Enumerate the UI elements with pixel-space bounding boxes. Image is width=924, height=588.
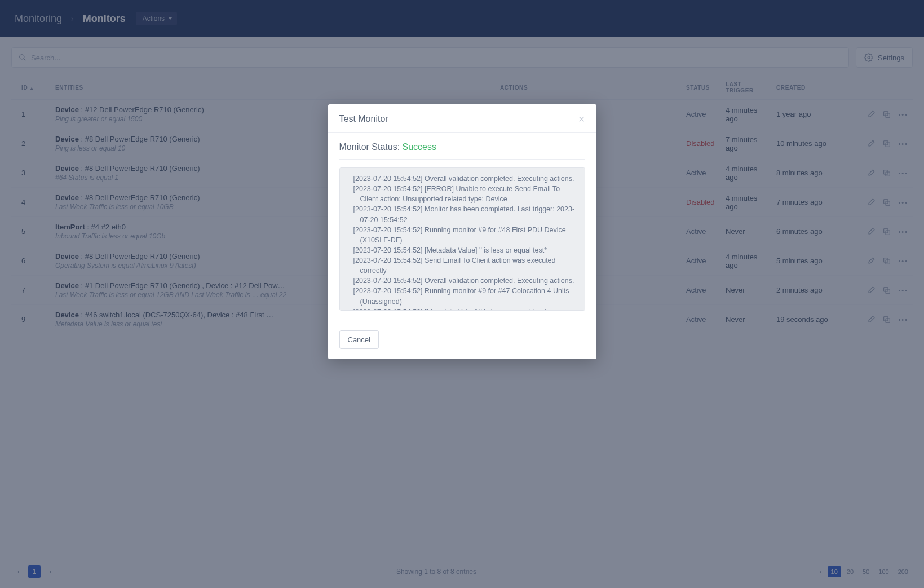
modal-header: Test Monitor × bbox=[328, 104, 596, 133]
log-line: [2023-07-20 15:54:52] [ERROR] Unable to … bbox=[347, 184, 579, 204]
cancel-button[interactable]: Cancel bbox=[339, 330, 379, 349]
log-line: [2023-07-20 15:54:52] Overall validation… bbox=[347, 174, 579, 184]
log-line: [2023-07-20 15:54:52] Running monitor #9… bbox=[347, 225, 579, 245]
monitor-status-label: Monitor Status: bbox=[339, 142, 403, 152]
log-line: [2023-07-20 15:54:52] Send Email To Clie… bbox=[347, 255, 579, 276]
test-monitor-modal: Test Monitor × Monitor Status: Success [… bbox=[328, 104, 596, 359]
modal-body: Monitor Status: Success [2023-07-20 15:5… bbox=[328, 133, 596, 322]
monitor-status: Monitor Status: Success bbox=[339, 142, 585, 160]
modal-title: Test Monitor bbox=[339, 114, 388, 124]
log-line: [2023-07-20 15:54:52] Running monitor #9… bbox=[347, 286, 579, 306]
monitor-status-value: Success bbox=[403, 142, 436, 152]
log-output[interactable]: [2023-07-20 15:54:52] Overall validation… bbox=[339, 167, 585, 311]
close-icon[interactable]: × bbox=[578, 113, 585, 125]
log-line: [2023-07-20 15:54:52] Overall validation… bbox=[347, 276, 579, 286]
modal-footer: Cancel bbox=[328, 322, 596, 359]
log-line: [2023-07-20 15:54:52] [Metadata Value] '… bbox=[347, 245, 579, 255]
log-line: [2023-07-20 15:54:52] Monitor has been c… bbox=[347, 204, 579, 224]
log-line: [2023-07-20 15:54:52] [Metadata Value] '… bbox=[347, 307, 579, 311]
